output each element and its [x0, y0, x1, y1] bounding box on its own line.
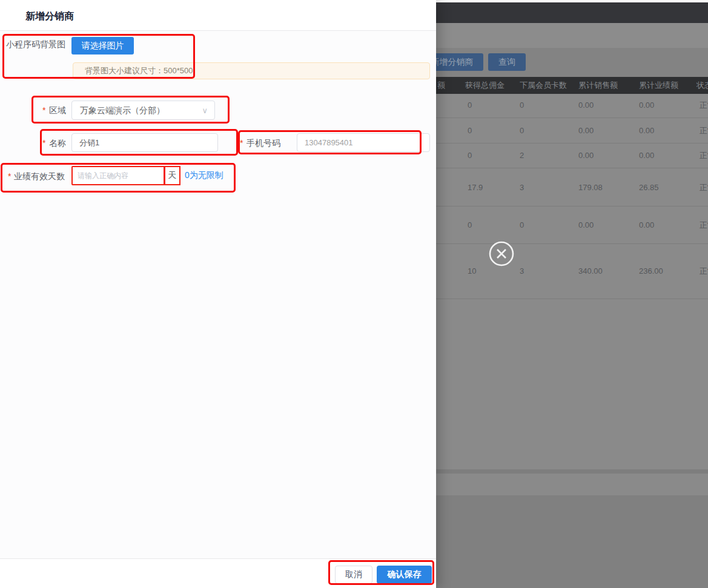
drawer-close-button[interactable] [488, 240, 515, 267]
add-distributor-drawer: 新增分销商 小程序码背景图 请选择图片 背景图大小建议尺寸：500*500 * … [0, 0, 436, 588]
region-label: 区域 [49, 105, 66, 116]
drawer-footer: 取消 确认保存 [0, 558, 436, 588]
days-label: 业绩有效天数 [14, 171, 65, 182]
drawer-header: 新增分销商 [0, 0, 436, 31]
days-input[interactable] [71, 166, 165, 185]
drawer-title: 新增分销商 [25, 10, 74, 23]
cancel-button[interactable]: 取消 [335, 566, 372, 584]
region-select[interactable]: 万象云端演示（分部） ∨ [71, 101, 215, 120]
bg-image-size-hint: 背景图大小建议尺寸：500*500 [73, 62, 430, 79]
region-select-value: 万象云端演示（分部） [80, 105, 165, 115]
zero-unlimited-link[interactable]: 0为无限制 [185, 170, 223, 181]
phone-label: 手机号码 [246, 138, 280, 149]
days-unit-suffix: 天 [164, 166, 180, 185]
chevron-down-icon: ∨ [202, 102, 208, 120]
close-icon [488, 240, 515, 267]
days-required-mark: * [8, 171, 11, 181]
name-input[interactable] [71, 133, 218, 152]
phone-input[interactable] [297, 133, 430, 152]
name-required-mark: * [42, 138, 45, 148]
confirm-save-button[interactable]: 确认保存 [377, 566, 432, 584]
query-button[interactable]: 查询 [488, 53, 526, 71]
name-label: 名称 [49, 138, 66, 149]
bg-image-label: 小程序码背景图 [6, 39, 65, 50]
region-required-mark: * [42, 105, 45, 115]
select-image-button[interactable]: 请选择图片 [71, 37, 134, 55]
phone-required-mark: * [240, 138, 243, 148]
